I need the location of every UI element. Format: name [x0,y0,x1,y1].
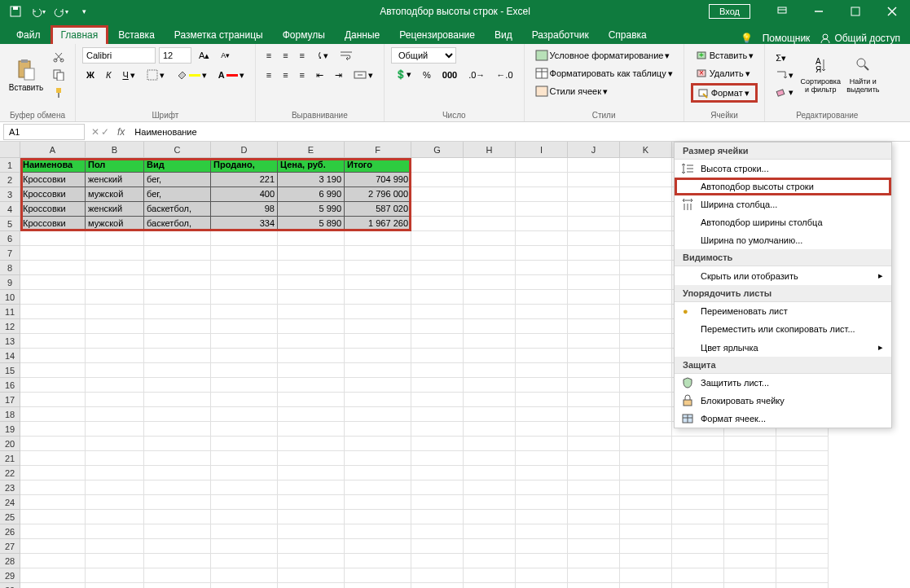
cell[interactable] [86,554,144,568]
cell[interactable] [211,466,278,480]
formula-input[interactable]: Наименование [130,127,910,137]
clear-button[interactable]: ▾ [772,85,798,100]
column-header[interactable]: C [144,142,211,158]
cell[interactable] [464,393,516,407]
menu-lock-cell[interactable]: Блокировать ячейку [675,392,891,410]
cell[interactable] [278,231,345,246]
cell[interactable]: 3 190 [278,173,345,187]
cell[interactable] [345,466,411,480]
cell[interactable] [144,290,211,305]
cell[interactable] [20,451,86,466]
cell[interactable] [86,437,144,451]
cell[interactable] [620,319,672,334]
cell[interactable] [20,334,86,349]
tab-review[interactable]: Рецензирование [389,26,485,44]
cell[interactable] [86,539,144,554]
ribbon-options-icon[interactable] [763,0,800,23]
row-header[interactable]: 6 [0,231,20,246]
cell[interactable] [345,451,411,466]
cell[interactable] [86,393,144,407]
cell[interactable] [278,349,345,363]
column-header[interactable]: K [620,142,672,158]
cell[interactable] [20,305,86,319]
cell[interactable]: 1 967 260 [345,217,411,231]
cell[interactable] [620,231,672,246]
cut-button[interactable] [49,49,68,65]
fx-icon[interactable]: fx [112,126,130,138]
tab-insert[interactable]: Вставка [108,26,165,44]
cell[interactable] [568,583,620,588]
cell[interactable] [278,510,345,524]
cell[interactable] [568,407,620,422]
cell[interactable] [411,290,464,305]
align-top-icon[interactable]: ≡ [262,48,275,63]
cell[interactable] [568,334,620,349]
cell[interactable] [568,290,620,305]
cell[interactable] [620,349,672,363]
cell[interactable] [211,334,278,349]
cell[interactable] [672,480,724,495]
cell[interactable] [568,319,620,334]
insert-cells-button[interactable]: +Вставить▾ [691,47,758,64]
cell-styles-button[interactable]: Стили ячеек▾ [531,83,677,99]
cell[interactable] [211,437,278,451]
merge-button[interactable]: ▾ [349,67,377,83]
cell[interactable] [411,363,464,378]
cell[interactable] [20,349,86,363]
cell[interactable] [568,510,620,524]
cell[interactable] [776,539,829,554]
row-header[interactable]: 10 [0,290,20,305]
cell[interactable] [620,466,672,480]
conditional-formatting-button[interactable]: Условное форматирование▾ [531,47,677,64]
cell[interactable] [620,422,672,437]
cell[interactable] [144,349,211,363]
cell[interactable] [86,378,144,393]
cell[interactable] [278,539,345,554]
menu-move-copy-sheet[interactable]: Переместить или скопировать лист... [675,320,891,338]
name-box[interactable]: A1 [3,124,85,140]
cell[interactable] [278,290,345,305]
cell[interactable] [144,363,211,378]
row-header[interactable]: 7 [0,246,20,261]
cell[interactable] [516,231,568,246]
cell[interactable]: 400 [211,187,278,202]
minimize-icon[interactable] [800,0,837,23]
delete-cells-button[interactable]: ×Удалить▾ [691,65,758,81]
cell[interactable] [620,217,672,231]
cell[interactable] [464,158,516,173]
fill-color-button[interactable]: ▾ [172,67,211,83]
cell[interactable] [278,495,345,510]
cell[interactable] [211,422,278,437]
cell[interactable] [568,378,620,393]
cell[interactable] [411,495,464,510]
menu-default-width[interactable]: Ширина по умолчанию... [675,231,891,249]
column-header[interactable]: F [345,142,411,158]
cell[interactable]: баскетбол, [144,202,211,217]
cell[interactable] [86,583,144,588]
cell[interactable] [568,451,620,466]
cell[interactable] [516,349,568,363]
cell[interactable] [464,510,516,524]
increase-indent-icon[interactable]: ⇥ [331,68,346,83]
cell[interactable] [411,334,464,349]
cell[interactable] [411,407,464,422]
cell[interactable] [144,393,211,407]
cell[interactable] [345,319,411,334]
cell[interactable] [516,305,568,319]
cell[interactable] [776,495,829,510]
cell[interactable] [411,554,464,568]
cell[interactable] [672,510,724,524]
cell[interactable] [345,510,411,524]
close-icon[interactable] [873,0,910,23]
cell[interactable] [144,451,211,466]
cell[interactable]: Цена, руб. [278,158,345,173]
share-button[interactable]: Общий доступ [820,33,900,44]
cell[interactable] [568,231,620,246]
cell[interactable] [516,393,568,407]
cell[interactable] [86,334,144,349]
menu-column-width[interactable]: Ширина столбца... [675,195,891,213]
cell[interactable] [144,407,211,422]
cell[interactable]: Итого [345,158,411,173]
select-all-corner[interactable] [0,142,20,158]
cell[interactable] [86,290,144,305]
